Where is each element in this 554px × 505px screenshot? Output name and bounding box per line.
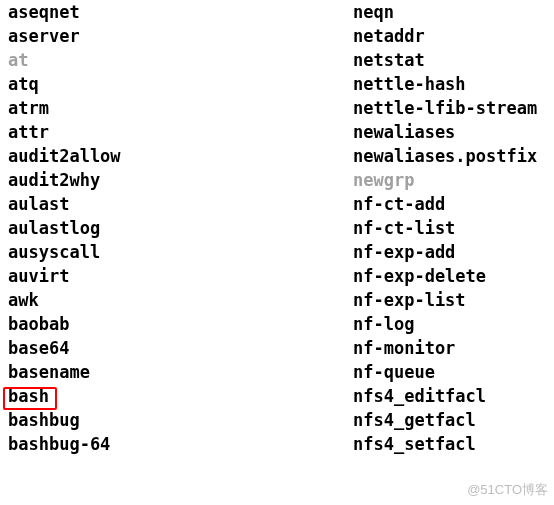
command-entry: atrm	[8, 96, 353, 120]
command-entry: auvirt	[8, 264, 353, 288]
command-entry: nf-log	[353, 312, 546, 336]
command-entry	[353, 456, 546, 480]
command-entry: bashbug	[8, 408, 353, 432]
command-entry: newaliases	[353, 120, 546, 144]
command-entry: nettle-hash	[353, 72, 546, 96]
command-entry: nfs4_getfacl	[353, 408, 546, 432]
command-entry: nf-queue	[353, 360, 546, 384]
command-entry: at	[8, 48, 353, 72]
command-entry: nettle-lfib-stream	[353, 96, 546, 120]
command-entry: nf-exp-delete	[353, 264, 546, 288]
command-entry: bashbug-64	[8, 432, 353, 456]
command-entry: aulastlog	[8, 216, 353, 240]
command-entry: awk	[8, 288, 353, 312]
watermark: @51CTO博客	[467, 481, 548, 499]
command-entry: nf-ct-add	[353, 192, 546, 216]
command-entry: neqn	[353, 0, 546, 24]
command-entry: nf-ct-list	[353, 216, 546, 240]
command-entry: base64	[8, 336, 353, 360]
command-entry: newaliases.postfix	[353, 144, 546, 168]
command-entry: basename	[8, 360, 353, 384]
column-left: aseqnetaserveratatqatrmattraudit2allowau…	[8, 0, 353, 480]
command-entry	[8, 456, 353, 480]
command-entry: bash	[8, 384, 353, 408]
command-entry: audit2allow	[8, 144, 353, 168]
command-entry: baobab	[8, 312, 353, 336]
command-entry: atq	[8, 72, 353, 96]
command-entry: attr	[8, 120, 353, 144]
command-entry: newgrp	[353, 168, 546, 192]
command-entry: nfs4_setfacl	[353, 432, 546, 456]
command-entry: aseqnet	[8, 0, 353, 24]
command-entry: aulast	[8, 192, 353, 216]
command-entry: nf-exp-list	[353, 288, 546, 312]
command-entry: netstat	[353, 48, 546, 72]
command-entry: nf-monitor	[353, 336, 546, 360]
terminal-output: aseqnetaserveratatqatrmattraudit2allowau…	[0, 0, 554, 480]
command-entry: nfs4_editfacl	[353, 384, 546, 408]
command-entry: netaddr	[353, 24, 546, 48]
command-entry: audit2why	[8, 168, 353, 192]
command-entry: nf-exp-add	[353, 240, 546, 264]
column-right: neqnnetaddrnetstatnettle-hashnettle-lfib…	[353, 0, 546, 480]
command-entry: aserver	[8, 24, 353, 48]
command-entry: ausyscall	[8, 240, 353, 264]
